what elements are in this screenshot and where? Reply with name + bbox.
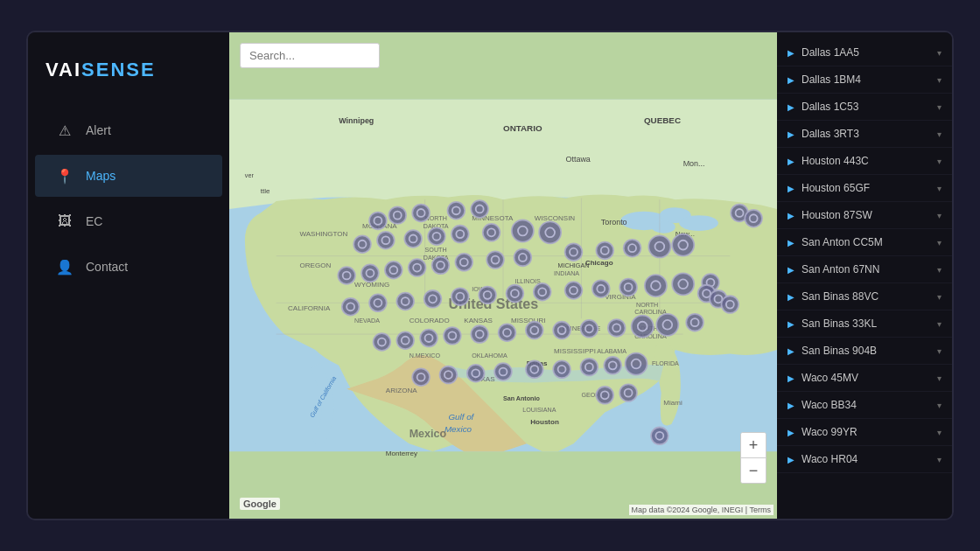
svg-point-174 — [440, 366, 458, 384]
location-name: San Anton 67NN — [802, 263, 879, 276]
svg-point-92 — [338, 267, 355, 284]
svg-point-170 — [686, 314, 704, 331]
map-attribution: Map data ©2024 Google, INEGI | Terms — [629, 505, 774, 515]
chevron-down-icon: ▾ — [937, 129, 942, 139]
svg-text:COLORADO: COLORADO — [410, 317, 450, 324]
svg-text:ILLINOIS: ILLINOIS — [514, 278, 541, 285]
play-icon: ▶ — [788, 48, 794, 58]
svg-text:MISSISSIPPI: MISSISSIPPI — [554, 347, 596, 355]
svg-point-78 — [377, 232, 395, 249]
sidebar-item-ec[interactable]: 🖼 EC — [35, 200, 222, 242]
svg-point-112 — [624, 240, 641, 257]
location-name: San Anton CC5M — [802, 236, 883, 248]
sidebar-label-alert: Alert — [86, 123, 111, 137]
svg-point-148 — [396, 331, 414, 349]
svg-point-84 — [452, 226, 469, 243]
search-input[interactable] — [240, 43, 380, 68]
svg-text:INDIANA: INDIANA — [554, 270, 579, 277]
chevron-down-icon: ▾ — [937, 265, 942, 275]
svg-point-134 — [565, 282, 583, 299]
svg-point-5 — [652, 220, 676, 233]
svg-text:Ottawa: Ottawa — [566, 155, 591, 164]
location-name: Houston 65GF — [802, 182, 870, 194]
location-item[interactable]: ▶ San Binas 904B ▾ — [777, 338, 952, 365]
location-name: Dallas 1AA5 — [802, 46, 859, 59]
logo-text-vai: VAI — [46, 59, 81, 80]
svg-text:San Antonio: San Antonio — [503, 395, 540, 402]
location-item[interactable]: ▶ Waco 99YR ▾ — [777, 419, 952, 446]
location-item[interactable]: ▶ San Binas 33KL ▾ — [777, 310, 952, 338]
svg-point-176 — [467, 365, 485, 382]
logo-text-sense: SENSE — [81, 59, 156, 80]
play-icon: ▶ — [788, 184, 794, 193]
right-panel: ▶ Dallas 1AA5 ▾ ▶ Dallas 1BM4 ▾ ▶ Dallas… — [777, 32, 952, 519]
location-item[interactable]: ▶ Houston 87SW ▾ — [777, 202, 952, 229]
svg-point-192 — [620, 384, 637, 401]
location-item[interactable]: ▶ Houston 443C ▾ — [777, 148, 952, 175]
contact-icon: 👤 — [56, 258, 74, 276]
location-item[interactable]: ▶ San Anton CC5M ▾ — [777, 229, 952, 256]
play-icon: ▶ — [788, 428, 794, 437]
svg-point-6 — [679, 215, 718, 231]
play-icon: ▶ — [788, 292, 794, 302]
chevron-down-icon: ▾ — [937, 238, 942, 248]
maps-icon: 📍 — [56, 167, 74, 185]
map-container[interactable]: Gulf of Mexico — [229, 32, 777, 519]
alert-icon: ⚠ — [56, 122, 74, 139]
svg-text:Chicago: Chicago — [585, 259, 613, 267]
zoom-in-button[interactable]: + — [741, 433, 766, 457]
sidebar-label-contact: Contact — [86, 260, 128, 274]
location-name: Waco 99YR — [802, 426, 858, 438]
play-icon: ▶ — [788, 102, 794, 112]
svg-text:CALIFORNIA: CALIFORNIA — [288, 304, 331, 312]
play-icon: ▶ — [788, 75, 794, 85]
svg-point-68 — [388, 206, 406, 224]
svg-text:QUEBEC: QUEBEC — [644, 115, 681, 125]
svg-point-182 — [553, 360, 570, 378]
location-item[interactable]: ▶ Waco BB34 ▾ — [777, 392, 952, 419]
play-icon: ▶ — [788, 211, 794, 220]
sidebar-item-maps[interactable]: 📍 Maps — [35, 155, 222, 197]
location-item[interactable]: ▶ San Anton 67NN ▾ — [777, 256, 952, 283]
svg-point-94 — [361, 264, 379, 282]
location-item[interactable]: ▶ Dallas 1C53 ▾ — [777, 94, 952, 121]
svg-text:OKLAHOMA: OKLAHOMA — [472, 352, 508, 359]
svg-point-104 — [486, 251, 504, 269]
location-name: San Binas 33KL — [802, 317, 877, 330]
zoom-out-button[interactable]: − — [741, 458, 766, 483]
location-item[interactable]: ▶ Dallas 3RT3 ▾ — [777, 121, 952, 148]
svg-point-160 — [553, 322, 570, 339]
svg-text:NORTH: NORTH — [636, 302, 658, 309]
location-item[interactable]: ▶ Dallas 1AA5 ▾ — [777, 39, 952, 66]
ec-icon: 🖼 — [56, 213, 74, 230]
location-item[interactable]: ▶ Waco HR04 ▾ — [777, 446, 952, 473]
location-name: Waco HR04 — [802, 453, 858, 465]
svg-point-86 — [483, 224, 500, 241]
svg-text:FLORIDA: FLORIDA — [652, 360, 679, 367]
play-icon: ▶ — [788, 401, 794, 410]
svg-point-180 — [526, 360, 543, 378]
location-item[interactable]: ▶ Dallas 1BM4 ▾ — [777, 66, 952, 94]
chevron-down-icon: ▾ — [937, 75, 942, 85]
svg-text:N.MEXICO: N.MEXICO — [410, 352, 441, 359]
chevron-down-icon: ▾ — [937, 157, 942, 166]
svg-point-190 — [596, 387, 613, 404]
svg-text:ver: ver — [245, 172, 255, 179]
play-icon: ▶ — [788, 455, 794, 464]
svg-text:LOUISIANA: LOUISIANA — [522, 407, 556, 414]
location-item[interactable]: ▶ San Binas 88VC ▾ — [777, 283, 952, 310]
svg-text:ONTARIO: ONTARIO — [503, 123, 542, 133]
chevron-down-icon: ▾ — [937, 292, 942, 302]
sidebar-item-alert[interactable]: ⚠ Alert — [35, 109, 222, 151]
chevron-down-icon: ▾ — [937, 48, 942, 58]
svg-point-72 — [448, 202, 466, 220]
location-item[interactable]: ▶ Waco 45MV ▾ — [777, 365, 952, 392]
svg-text:SOUTH: SOUTH — [425, 247, 447, 254]
location-item[interactable]: ▶ Houston 65GF ▾ — [777, 175, 952, 202]
svg-point-126 — [452, 288, 469, 305]
sidebar-item-contact[interactable]: 👤 Contact — [35, 246, 222, 288]
chevron-down-icon: ▾ — [937, 184, 942, 193]
svg-text:Mexico: Mexico — [444, 424, 472, 434]
svg-text:Mexico: Mexico — [410, 428, 447, 440]
svg-text:Monterrey: Monterrey — [386, 450, 417, 457]
